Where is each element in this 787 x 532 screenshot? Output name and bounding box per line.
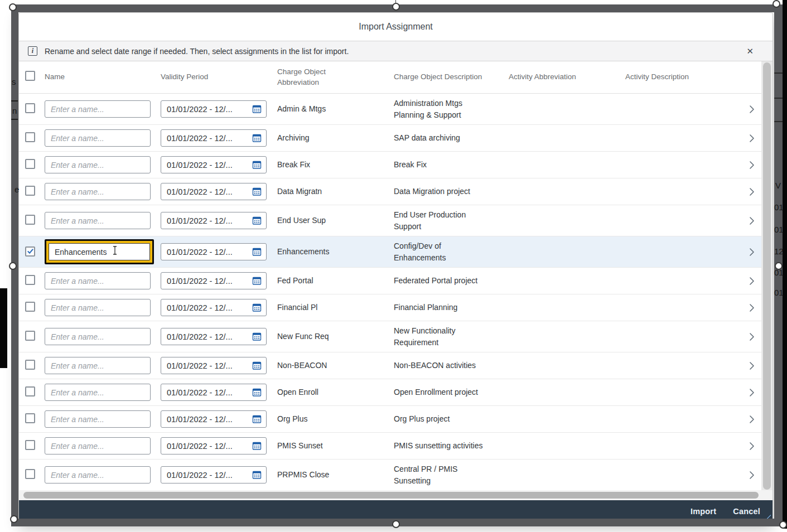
validity-period-input[interactable]: 01/01/2022 - 12/... xyxy=(161,212,267,229)
validity-period-input[interactable]: 01/01/2022 - 12/... xyxy=(161,437,267,454)
validity-period-input[interactable]: 01/01/2022 - 12/... xyxy=(161,328,267,345)
validity-period-input[interactable]: 01/01/2022 - 12/... xyxy=(161,183,267,200)
row-checkbox[interactable] xyxy=(25,440,35,450)
row-detail-chevron[interactable] xyxy=(749,248,755,257)
row-detail-chevron[interactable] xyxy=(749,161,755,170)
assignment-name-input[interactable] xyxy=(45,466,151,483)
row-checkbox[interactable] xyxy=(25,159,35,169)
row-checkbox[interactable] xyxy=(25,103,35,113)
calendar-icon[interactable] xyxy=(252,247,262,257)
table-row[interactable]: 01/01/2022 - 12/... Open Enroll Open Enr… xyxy=(19,379,772,406)
calendar-icon[interactable] xyxy=(252,276,262,286)
assignment-name-input[interactable] xyxy=(45,328,151,345)
assignment-name-input[interactable] xyxy=(49,243,150,260)
row-detail-chevron[interactable] xyxy=(749,471,755,480)
table-row[interactable]: 01/01/2022 - 12/... Financial Pl Financi… xyxy=(19,294,772,321)
table-row[interactable]: 01/01/2022 - 12/... End User Sup End Use… xyxy=(19,205,772,236)
row-detail-chevron[interactable] xyxy=(749,388,755,397)
validity-period-input[interactable]: 01/01/2022 - 12/... xyxy=(161,384,267,401)
table-row[interactable]: 01/01/2022 - 12/... Admin & Mtgs Adminis… xyxy=(19,94,772,125)
vertical-scrollbar-thumb[interactable] xyxy=(763,62,771,490)
calendar-icon[interactable] xyxy=(252,361,262,370)
row-checkbox[interactable] xyxy=(25,469,35,479)
row-checkbox[interactable] xyxy=(25,186,35,196)
assignment-name-input[interactable] xyxy=(45,272,151,289)
calendar-icon[interactable] xyxy=(252,187,262,196)
assignment-name-input[interactable] xyxy=(45,183,151,200)
selection-handle-top-center[interactable] xyxy=(392,3,400,11)
calendar-icon[interactable] xyxy=(252,216,262,225)
assignment-name-input[interactable] xyxy=(45,156,151,173)
info-close-button[interactable]: ✕ xyxy=(746,46,754,56)
calendar-icon[interactable] xyxy=(252,160,262,170)
validity-period-input[interactable]: 01/01/2022 - 12/... xyxy=(161,243,267,260)
horizontal-scrollbar[interactable] xyxy=(19,490,773,500)
row-detail-chevron[interactable] xyxy=(749,277,755,286)
validity-period-input[interactable]: 01/01/2022 - 12/... xyxy=(161,410,267,428)
table-row[interactable]: 01/01/2022 - 12/... Archiving SAP data a… xyxy=(19,125,772,152)
calendar-icon[interactable] xyxy=(252,388,262,397)
table-row[interactable]: 01/01/2022 - 12/... PMIS Sunset PMIS sun… xyxy=(19,433,772,460)
calendar-icon[interactable] xyxy=(252,414,262,424)
import-button[interactable]: Import xyxy=(691,507,716,516)
assignment-name-input[interactable] xyxy=(45,437,151,454)
selection-handle-right-middle[interactable] xyxy=(775,262,783,270)
table-row[interactable]: 01/01/2022 - 12/... Data Migratn Data Mi… xyxy=(19,178,772,205)
row-detail-chevron[interactable] xyxy=(749,415,755,424)
selection-handle-bottom-left[interactable] xyxy=(10,515,18,523)
validity-period-input[interactable]: 01/01/2022 - 12/... xyxy=(161,156,267,173)
row-checkbox[interactable] xyxy=(25,413,35,423)
table-row[interactable]: 01/01/2022 - 12/... Break Fix Break Fix xyxy=(19,152,772,178)
calendar-icon[interactable] xyxy=(252,104,262,114)
vertical-scrollbar[interactable] xyxy=(761,61,772,491)
table-row[interactable]: 01/01/2022 - 12/... New Func Req New Fun… xyxy=(19,321,772,352)
row-checkbox[interactable] xyxy=(25,331,35,341)
table-row[interactable]: 01/01/2022 - 12/... Fed Portal Federated… xyxy=(19,268,772,294)
table-row[interactable]: 01/01/2022 - 12/... PRPMIS Close Central… xyxy=(19,460,772,491)
assignment-name-input[interactable] xyxy=(45,299,151,316)
calendar-icon[interactable] xyxy=(252,470,262,480)
row-checkbox[interactable] xyxy=(25,386,35,396)
cancel-button[interactable]: Cancel xyxy=(733,507,760,516)
assignment-name-input[interactable] xyxy=(45,100,151,118)
row-checkbox[interactable] xyxy=(25,246,35,257)
table-row[interactable]: 01/01/2022 - 12/... Enhancements Config/… xyxy=(19,236,772,268)
table-row[interactable]: 01/01/2022 - 12/... Org Plus Org Plus pr… xyxy=(19,406,772,433)
row-checkbox[interactable] xyxy=(25,275,35,285)
row-detail-chevron[interactable] xyxy=(749,303,755,312)
row-checkbox[interactable] xyxy=(25,132,35,142)
calendar-icon[interactable] xyxy=(252,441,262,451)
assignment-name-input[interactable] xyxy=(45,212,151,229)
select-all-checkbox[interactable] xyxy=(25,71,35,81)
selection-handle-bottom-center[interactable] xyxy=(392,520,400,528)
table-row[interactable]: 01/01/2022 - 12/... Non-BEACON Non-BEACO… xyxy=(19,352,772,379)
row-checkbox[interactable] xyxy=(25,215,35,225)
row-detail-chevron[interactable] xyxy=(749,216,755,225)
validity-period-input[interactable]: 01/01/2022 - 12/... xyxy=(161,466,267,483)
calendar-icon[interactable] xyxy=(252,303,262,312)
assignment-name-input[interactable] xyxy=(45,384,151,401)
validity-period-input[interactable]: 01/01/2022 - 12/... xyxy=(161,272,267,289)
selection-handle-left-middle[interactable] xyxy=(9,262,17,270)
row-detail-chevron[interactable] xyxy=(749,361,755,370)
row-checkbox[interactable] xyxy=(25,360,35,370)
validity-period-input[interactable]: 01/01/2022 - 12/... xyxy=(161,100,267,118)
row-detail-chevron[interactable] xyxy=(749,187,755,196)
selection-handle-top-right[interactable] xyxy=(772,0,780,8)
row-detail-chevron[interactable] xyxy=(749,105,755,114)
validity-period-input[interactable]: 01/01/2022 - 12/... xyxy=(161,299,267,316)
calendar-icon[interactable] xyxy=(252,332,262,341)
selection-handle-top-left[interactable] xyxy=(9,3,17,11)
calendar-icon[interactable] xyxy=(252,133,262,143)
assignment-name-input[interactable] xyxy=(45,357,151,374)
assignment-name-input[interactable] xyxy=(45,410,151,428)
assignment-name-input[interactable] xyxy=(45,129,151,147)
row-checkbox[interactable] xyxy=(25,302,35,312)
row-detail-chevron[interactable] xyxy=(749,332,755,341)
validity-period-input[interactable]: 01/01/2022 - 12/... xyxy=(161,129,267,147)
selection-handle-bottom-right[interactable] xyxy=(779,521,787,529)
validity-period-input[interactable]: 01/01/2022 - 12/... xyxy=(161,357,267,374)
row-detail-chevron[interactable] xyxy=(749,134,755,143)
horizontal-scrollbar-thumb[interactable] xyxy=(23,492,759,499)
row-detail-chevron[interactable] xyxy=(749,442,755,451)
